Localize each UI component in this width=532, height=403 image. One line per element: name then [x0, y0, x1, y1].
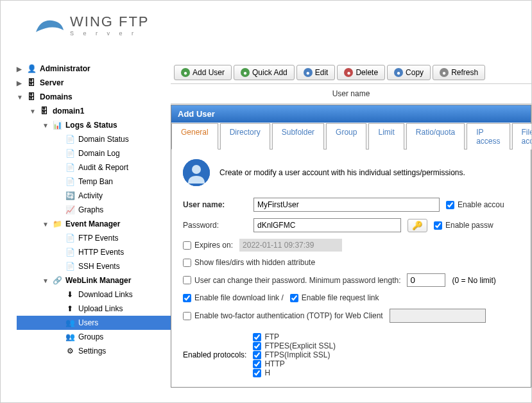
quick-add-button-icon: ● — [241, 68, 250, 77]
tree-arrow-icon: ▼ — [17, 94, 23, 101]
sidebar-item-temp-ban[interactable]: 📄Temp Ban — [17, 175, 171, 189]
tab-directory[interactable]: Directory — [220, 123, 270, 150]
sidebar-tree: ▶👤Administrator▶🗄Server▼🗄Domains▼🗄domain… — [1, 1, 171, 402]
sidebar-item-upload-links[interactable]: ⬆Upload Links — [17, 302, 171, 316]
delete-button-icon: ● — [344, 68, 353, 77]
tab-general[interactable]: General — [171, 123, 218, 150]
dialog-tabs: GeneralDirectorySubfolderGroupLimitRatio… — [171, 123, 531, 150]
sidebar-item-domain1[interactable]: ▼🗄domain1 — [17, 104, 171, 118]
settings-icon: ⚙ — [65, 346, 75, 356]
logs-icon: 📊 — [52, 120, 62, 130]
tab-group[interactable]: Group — [326, 123, 366, 150]
intro-text: Create or modify a user account with his… — [219, 168, 465, 177]
audit-icon: 📄 — [65, 162, 75, 173]
tree-arrow-icon: ▼ — [30, 108, 36, 115]
event-icon: 📁 — [52, 219, 62, 229]
download-icon: ⬇ — [65, 289, 75, 300]
protocol-ftpes-explicit-ssl--checkbox[interactable]: FTPES(Explicit SSL) — [253, 341, 336, 350]
sidebar-item-administrator[interactable]: ▶👤Administrator — [17, 62, 171, 76]
username-input[interactable] — [253, 198, 440, 212]
edit-button-icon: ● — [304, 68, 313, 77]
sidebar-item-domains[interactable]: ▼🗄Domains — [17, 90, 171, 104]
tab-limit[interactable]: Limit — [368, 123, 404, 150]
sidebar-item-settings[interactable]: ⚙Settings — [17, 344, 171, 358]
show-hidden-checkbox[interactable]: Show files/dirs with hidden attribute — [183, 258, 315, 267]
enable-account-checkbox[interactable]: Enable accou — [446, 200, 504, 209]
copy-button[interactable]: ●Copy — [387, 65, 431, 80]
form-intro: Create or modify a user account with his… — [183, 159, 519, 186]
protocol-ftps-implicit-ssl--checkbox[interactable]: FTPS(Implicit SSL) — [253, 350, 336, 359]
sidebar-item-groups[interactable]: 👥Groups — [17, 330, 171, 344]
password-input[interactable] — [253, 218, 401, 232]
ssh-icon: 📄 — [65, 261, 75, 271]
quick-add-button[interactable]: ●Quick Add — [234, 65, 295, 80]
domain-icon: 🗄 — [39, 106, 49, 116]
sidebar-item-audit-report[interactable]: 📄Audit & Report — [17, 160, 171, 175]
username-label: User name: — [183, 200, 247, 209]
avatar-icon — [183, 159, 210, 186]
totp-input[interactable] — [390, 309, 486, 323]
http-icon: 📄 — [65, 247, 75, 257]
request-link-checkbox[interactable]: Enable file request link — [290, 293, 379, 302]
ftp-icon: 📄 — [65, 233, 75, 243]
enable-password-checkbox[interactable]: Enable passw — [434, 221, 493, 230]
status-icon: 📄 — [65, 134, 75, 144]
generate-password-button[interactable]: 🔑 — [408, 219, 427, 232]
sidebar-item-server[interactable]: ▶🗄Server — [17, 76, 171, 90]
protocol-h-checkbox[interactable]: H — [253, 368, 336, 377]
logo-subtitle: S e r v e r — [70, 30, 150, 37]
edit-button[interactable]: ●Edit — [296, 65, 336, 80]
tree-arrow-icon: ▶ — [17, 80, 23, 87]
users-icon: 👥 — [65, 318, 75, 328]
expires-input — [239, 239, 342, 252]
add-user-button[interactable]: ●Add User — [174, 65, 232, 80]
sidebar-item-domain-log[interactable]: 📄Domain Log — [17, 146, 171, 160]
dialog-form: Create or modify a user account with his… — [171, 150, 531, 387]
server-icon: 🗄 — [26, 78, 37, 88]
tab-file-acc[interactable]: File acc — [512, 123, 532, 150]
add-user-dialog: Add User GeneralDirectorySubfolderGroupL… — [171, 105, 531, 388]
protocols-label: Enabled protocols: — [183, 350, 246, 359]
protocol-http-checkbox[interactable]: HTTP — [253, 359, 336, 368]
sidebar-item-activity[interactable]: 🔄Activity — [17, 189, 171, 203]
ban-icon: 📄 — [65, 176, 75, 187]
protocol-ftp-checkbox[interactable]: FTP — [253, 332, 336, 341]
copy-button-icon: ● — [394, 68, 403, 77]
weblink-icon: 🔗 — [52, 275, 62, 286]
totp-checkbox[interactable]: Enable two-factor authentication (TOTP) … — [183, 311, 383, 320]
tab-ratio-quota[interactable]: Ratio/quota — [406, 123, 465, 150]
tree-arrow-icon: ▶ — [17, 65, 23, 73]
sidebar-item-users[interactable]: 👥Users — [17, 316, 171, 330]
sidebar-item-ftp-events[interactable]: 📄FTP Events — [17, 231, 171, 245]
min-password-length-input[interactable] — [407, 273, 445, 287]
tree-arrow-icon: ▼ — [42, 221, 49, 228]
groups-icon: 👥 — [65, 332, 75, 342]
delete-button[interactable]: ●Delete — [337, 65, 385, 80]
toolbar: ●Add User●Quick Add●Edit●Delete●Copy●Ref… — [171, 62, 531, 84]
tree-arrow-icon: ▼ — [42, 277, 49, 284]
sidebar-item-ssh-events[interactable]: 📄SSH Events — [17, 259, 171, 273]
activity-icon: 🔄 — [65, 191, 75, 201]
svg-point-1 — [192, 165, 201, 174]
refresh-button[interactable]: ●Refresh — [433, 65, 485, 80]
tab-subfolder[interactable]: Subfolder — [272, 123, 324, 150]
app-logo: WING FTP S e r v e r — [33, 13, 150, 37]
graph-icon: 📈 — [65, 205, 75, 215]
add-user-button-icon: ● — [181, 68, 190, 77]
domains-icon: 🗄 — [26, 92, 37, 102]
sidebar-item-domain-status[interactable]: 📄Domain Status — [17, 132, 171, 146]
tab-ip-access[interactable]: IP access — [467, 123, 510, 150]
sidebar-item-event-manager[interactable]: ▼📁Event Manager — [17, 217, 171, 231]
expires-checkbox[interactable]: Expires on: — [183, 241, 233, 250]
sidebar-item-http-events[interactable]: 📄HTTP Events — [17, 245, 171, 259]
dialog-title: Add User — [171, 105, 531, 123]
sidebar-item-weblink-manager[interactable]: ▼🔗WebLink Manager — [17, 273, 171, 287]
sidebar-item-logs-status[interactable]: ▼📊Logs & Status — [17, 118, 171, 132]
logo-title: WING FTP — [70, 13, 150, 30]
sidebar-item-graphs[interactable]: 📈Graphs — [17, 203, 171, 217]
tree-arrow-icon: ▼ — [42, 122, 49, 129]
download-link-checkbox[interactable]: Enable file download link / — [183, 293, 284, 302]
sidebar-item-download-links[interactable]: ⬇Download Links — [17, 287, 171, 302]
change-password-checkbox[interactable]: User can change their password. Minimum … — [183, 276, 400, 285]
wing-icon — [33, 14, 65, 37]
